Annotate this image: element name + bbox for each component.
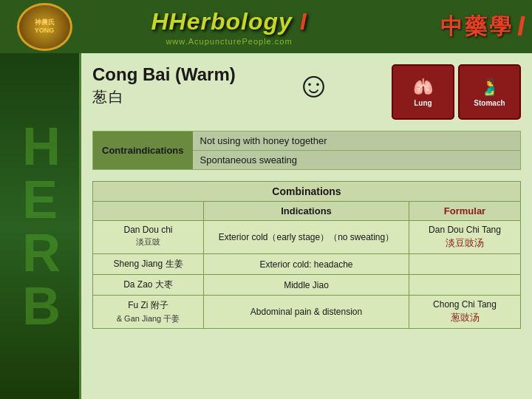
logo-area: 神農氏YONG bbox=[7, 1, 81, 52]
combo-row-1: Dan Dou chi 淡豆豉 Exterior cold（early stag… bbox=[93, 221, 520, 254]
lung-icon: 🫁 bbox=[413, 78, 433, 97]
col-herb-header bbox=[93, 202, 204, 220]
organ-logos: 🫁 Lung 🫃 Stomach bbox=[392, 64, 521, 120]
herb-name-chinese: 葱白 bbox=[92, 87, 236, 107]
header-title-area: HHerbology I www.AcupuncturePeople.com bbox=[81, 8, 377, 46]
stomach-label: Stomach bbox=[474, 99, 505, 107]
title-suffix: I bbox=[300, 8, 307, 35]
logo-text: 神農氏YONG bbox=[35, 18, 55, 35]
herb-chinese-4: & Gan Jiang 干姜 bbox=[99, 313, 197, 324]
combo-formular-2 bbox=[409, 254, 520, 274]
combo-row-3: Da Zao 大枣 Middle Jiao bbox=[93, 275, 520, 296]
herb-icon: ☺ bbox=[296, 64, 332, 105]
app-title: HHerbology I bbox=[151, 8, 307, 35]
stomach-icon: 🫃 bbox=[480, 78, 499, 97]
herb-name-english: Cong Bai (Warm) bbox=[92, 64, 236, 85]
main-content: Cong Bai (Warm) 葱白 ☺ 🫁 Lung 🫃 Stomach Co… bbox=[81, 53, 532, 399]
herb-name-1: Dan Dou chi bbox=[99, 225, 197, 235]
organ-stomach: 🫃 Stomach bbox=[458, 64, 521, 120]
combo-row-2: Sheng Jiang 生姜 Exterior cold: headache bbox=[93, 254, 520, 275]
combo-indication-4: Abdominal pain & distension bbox=[204, 296, 409, 328]
herb-name-2: Sheng Jiang 生姜 bbox=[99, 258, 197, 270]
header-right: 中藥學 I bbox=[377, 11, 525, 42]
contra-label: Contraindications bbox=[93, 132, 193, 169]
header-url: www.AcupuncturePeople.com bbox=[166, 37, 292, 46]
combo-herb-3: Da Zao 大枣 bbox=[93, 275, 204, 295]
combo-indication-3: Middle Jiao bbox=[204, 275, 409, 295]
combo-indication-2: Exterior cold: headache bbox=[204, 254, 409, 274]
combo-formular-1: Dan Dou Chi Tang 淡豆豉汤 bbox=[409, 221, 520, 253]
combinations-header: Combinations bbox=[93, 182, 520, 202]
combo-herb-4: Fu Zi 附子 & Gan Jiang 干姜 bbox=[93, 296, 204, 328]
logo-circle: 神農氏YONG bbox=[17, 3, 72, 51]
contraindications-section: Contraindications Not using with honey t… bbox=[92, 131, 521, 170]
herb-name-section: Cong Bai (Warm) 葱白 bbox=[92, 64, 236, 107]
left-sidebar: HERB bbox=[0, 53, 81, 399]
formular-chinese-1: 淡豆豉汤 bbox=[446, 236, 484, 250]
herb-name-4: Fu Zi 附子 bbox=[99, 299, 197, 312]
combinations-subheader: Indications Formular bbox=[93, 202, 520, 221]
herb-header: Cong Bai (Warm) 葱白 ☺ 🫁 Lung 🫃 Stomach bbox=[92, 64, 521, 120]
combo-formular-3 bbox=[409, 275, 520, 295]
lung-label: Lung bbox=[414, 99, 432, 107]
col-indications-header: Indications bbox=[204, 202, 409, 220]
herb-chinese-1: 淡豆豉 bbox=[99, 236, 197, 248]
combo-indication-1: Exterior cold（early stage）（no sweating） bbox=[204, 221, 409, 253]
herb-watermark: HERB bbox=[22, 120, 57, 332]
formular-name-4: Chong Chi Tang bbox=[433, 299, 497, 310]
roman-numeral: I bbox=[517, 11, 525, 42]
herb-name-3: Da Zao 大枣 bbox=[99, 279, 197, 291]
combinations-section: Combinations Indications Formular Dan Do… bbox=[92, 181, 521, 329]
contra-items: Not using with honey together Spontaneou… bbox=[193, 132, 520, 169]
formular-name-1: Dan Dou Chi Tang bbox=[429, 225, 501, 235]
combo-herb-1: Dan Dou chi 淡豆豉 bbox=[93, 221, 204, 253]
title-erbology: Herbology bbox=[169, 8, 293, 35]
combo-row-4: Fu Zi 附子 & Gan Jiang 干姜 Abdominal pain &… bbox=[93, 296, 520, 328]
combo-formular-4: Chong Chi Tang 葱豉汤 bbox=[409, 296, 520, 328]
combo-herb-2: Sheng Jiang 生姜 bbox=[93, 254, 204, 274]
contra-item-2: Spontaneous sweating bbox=[193, 151, 520, 169]
title-herb: H bbox=[151, 8, 168, 35]
formular-chinese-4: 葱豉汤 bbox=[451, 311, 480, 324]
contra-item-1: Not using with honey together bbox=[193, 132, 520, 151]
col-formular-header: Formular bbox=[409, 202, 520, 220]
organ-lung: 🫁 Lung bbox=[392, 64, 454, 120]
chinese-title: 中藥學 bbox=[440, 12, 514, 42]
header: 神農氏YONG HHerbology I www.AcupuncturePeop… bbox=[0, 0, 532, 53]
